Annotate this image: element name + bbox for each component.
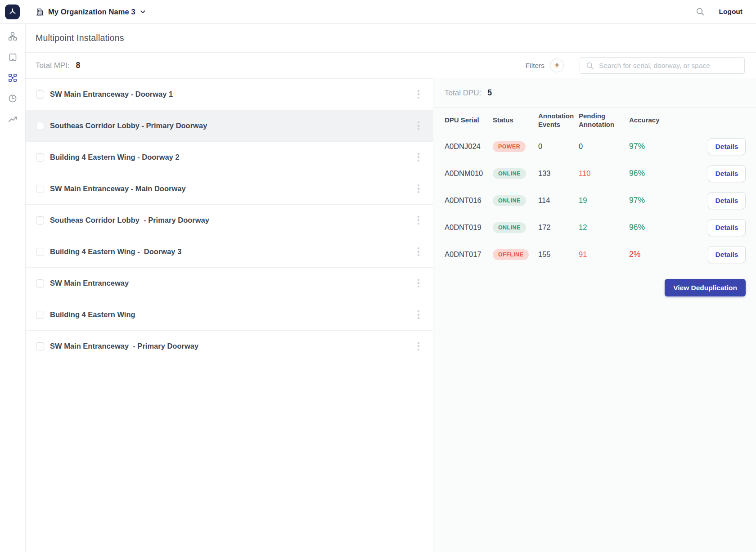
pending-annotation-value: 19	[579, 196, 629, 205]
installation-row[interactable]: Building 4 Eastern Wing - Doorway 2	[26, 142, 433, 173]
dpu-panel-header: Total DPU: 5	[433, 78, 756, 108]
installation-label: Southeas Corridor Lobby - Primary Doorwa…	[50, 121, 417, 130]
installation-label: SW Main Entranceway - Main Doorway	[50, 184, 417, 193]
search-icon	[585, 61, 594, 70]
row-checkbox[interactable]	[36, 90, 44, 99]
history-icon[interactable]	[8, 94, 18, 103]
installation-label: SW Main Entranceway - Primary Doorway	[50, 342, 417, 350]
kebab-menu-icon[interactable]	[417, 340, 421, 353]
kebab-menu-icon[interactable]	[417, 277, 421, 290]
accuracy-value: 97%	[629, 142, 665, 151]
dpu-serial: A0DNM010	[445, 169, 493, 178]
dpu-table-row: A0DNT019 ONLINE 172 12 96% Details	[433, 214, 756, 241]
status-badge: ONLINE	[493, 222, 526, 233]
analytics-icon[interactable]	[8, 114, 18, 124]
status-badge: POWER	[493, 141, 526, 152]
annotation-events-value: 155	[538, 250, 579, 259]
accuracy-value: 2%	[629, 250, 665, 259]
multipoint-icon[interactable]	[8, 73, 18, 83]
plus-icon: +	[554, 61, 560, 70]
logout-button[interactable]: Logout	[719, 8, 742, 16]
installation-row[interactable]: Building 4 Eastern Wing	[26, 299, 433, 331]
col-header-accuracy: Accuracy	[629, 116, 665, 125]
installation-row[interactable]: SW Main Entranceway - Main Doorway	[26, 173, 433, 205]
row-checkbox[interactable]	[36, 216, 44, 224]
view-deduplication-button[interactable]: View Deduplication	[665, 279, 746, 296]
kebab-menu-icon[interactable]	[417, 309, 421, 321]
dpu-table-row: A0DNT016 ONLINE 114 19 97% Details	[433, 187, 756, 214]
installation-label: Building 4 Eastern Wing	[50, 310, 417, 319]
row-checkbox[interactable]	[36, 153, 44, 162]
accuracy-value: 96%	[629, 223, 665, 232]
dpu-table-header: DPU Serial Status Annotation Events Pend…	[433, 108, 756, 133]
installation-label: Building 4 Eastern Wing - Doorway 3	[50, 247, 417, 256]
pending-annotation-value: 91	[579, 250, 629, 259]
status-badge: OFFLINE	[493, 249, 529, 260]
installation-row[interactable]: SW Main Entranceway	[26, 268, 433, 299]
org-name: My Organization Name 3	[48, 8, 135, 16]
installation-label: SW Main Entranceway - Doorway 1	[50, 90, 417, 99]
installation-row[interactable]: SW Main Entranceway - Doorway 1	[26, 79, 433, 110]
dpu-table-row: A0DNJ024 POWER 0 0 97% Details	[433, 133, 756, 160]
details-button[interactable]: Details	[708, 138, 746, 155]
kebab-menu-icon[interactable]	[417, 214, 421, 227]
dpu-serial: A0DNT017	[445, 250, 493, 259]
hierarchy-icon[interactable]	[8, 31, 18, 41]
row-checkbox[interactable]	[36, 342, 44, 350]
list-search-box[interactable]	[580, 57, 745, 74]
pending-annotation-value: 0	[579, 142, 629, 151]
dpu-table-row: A0DNM010 ONLINE 133 110 96% Details	[433, 160, 756, 187]
brand-glyph-icon	[8, 7, 18, 17]
dpu-panel: Total DPU: 5 DPU Serial Status Annotatio…	[433, 78, 756, 552]
row-checkbox[interactable]	[36, 122, 44, 130]
kebab-menu-icon[interactable]	[417, 151, 421, 164]
installation-row[interactable]: Building 4 Eastern Wing - Doorway 3	[26, 236, 433, 268]
add-filter-button[interactable]: +	[550, 58, 564, 72]
total-dpu-label: Total DPU:	[445, 89, 481, 98]
status-badge: ONLINE	[493, 168, 526, 179]
global-search-button[interactable]	[695, 7, 705, 17]
total-dpu-value: 5	[487, 88, 492, 98]
installation-row[interactable]: SW Main Entranceway - Primary Doorway	[26, 331, 433, 362]
col-header-pending-annotation: Pending Annotation	[579, 112, 629, 129]
app-logo[interactable]	[5, 4, 20, 19]
details-button[interactable]: Details	[708, 246, 746, 263]
annotation-events-value: 0	[538, 142, 579, 151]
page-title: Multipoint Installations	[36, 33, 124, 43]
row-checkbox[interactable]	[36, 185, 44, 193]
kebab-menu-icon[interactable]	[417, 183, 421, 195]
building-icon	[36, 8, 44, 16]
toolbar: Total MPI: 8 Filters +	[26, 53, 756, 78]
col-header-dpu-serial: DPU Serial	[445, 116, 493, 125]
dpu-serial: A0DNT016	[445, 196, 493, 205]
status-badge: ONLINE	[493, 195, 526, 206]
installation-label: Southeas Corridor Lobby - Primary Doorwa…	[50, 216, 417, 224]
dpu-table-body: A0DNJ024 POWER 0 0 97% Details A0DNM010 …	[433, 133, 756, 268]
accuracy-value: 97%	[629, 196, 665, 205]
kebab-menu-icon[interactable]	[417, 246, 421, 258]
installation-label: SW Main Entranceway	[50, 279, 417, 287]
details-button[interactable]: Details	[708, 219, 746, 236]
installation-row[interactable]: Southeas Corridor Lobby - Primary Doorwa…	[26, 205, 433, 236]
row-checkbox[interactable]	[36, 279, 44, 287]
installation-row[interactable]: Southeas Corridor Lobby - Primary Doorwa…	[26, 110, 433, 142]
page-header: Multipoint Installations	[26, 24, 756, 53]
installation-label: Building 4 Eastern Wing - Doorway 2	[50, 153, 417, 162]
search-input[interactable]	[599, 62, 739, 70]
col-header-annotation-events: Annotation Events	[538, 112, 579, 129]
annotation-events-value: 114	[538, 196, 579, 205]
org-switcher[interactable]: My Organization Name 3	[36, 8, 146, 16]
dpu-footer: View Deduplication	[433, 268, 756, 296]
devices-icon[interactable]	[8, 52, 18, 62]
top-bar: My Organization Name 3 Logout	[0, 0, 756, 24]
row-checkbox[interactable]	[36, 311, 44, 319]
main-area: Multipoint Installations Total MPI: 8 Fi…	[26, 24, 756, 552]
details-button[interactable]: Details	[708, 192, 746, 209]
sidebar-nav	[0, 24, 26, 552]
kebab-menu-icon[interactable]	[417, 120, 421, 132]
chevron-down-icon	[140, 9, 146, 15]
row-checkbox[interactable]	[36, 248, 44, 256]
kebab-menu-icon[interactable]	[417, 88, 421, 101]
annotation-events-value: 172	[538, 223, 579, 232]
details-button[interactable]: Details	[708, 165, 746, 182]
